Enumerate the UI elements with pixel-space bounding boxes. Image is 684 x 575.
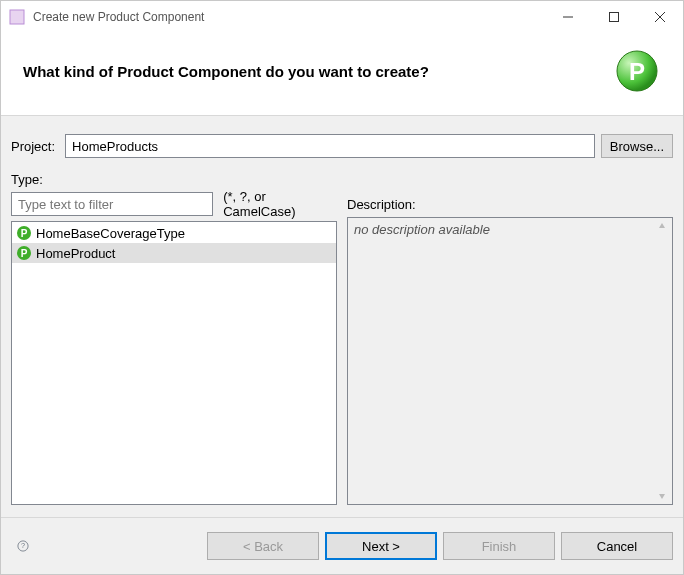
wizard-header: What kind of Product Component do you wa… [1, 33, 683, 115]
back-button[interactable]: < Back [207, 532, 319, 560]
titlebar: Create new Product Component [1, 1, 683, 33]
minimize-button[interactable] [545, 1, 591, 33]
svg-rect-0 [10, 10, 24, 24]
close-button[interactable] [637, 1, 683, 33]
type-label: Type: [11, 172, 673, 187]
browse-button[interactable]: Browse... [601, 134, 673, 158]
filter-hint: (*, ?, or CamelCase) [223, 189, 337, 219]
list-item[interactable]: PHomeBaseCoverageType [12, 223, 336, 243]
wizard-content: Project: Browse... Type: (*, ?, or Camel… [1, 115, 683, 518]
svg-text:P: P [629, 58, 645, 85]
project-label: Project: [11, 139, 55, 154]
scroll-down-icon[interactable] [656, 490, 668, 502]
window-controls [545, 1, 683, 33]
list-item-label: HomeBaseCoverageType [36, 226, 185, 241]
wizard-footer: ? < Back Next > Finish Cancel [1, 518, 683, 574]
app-icon [9, 9, 25, 25]
type-list[interactable]: PHomeBaseCoverageTypePHomeProduct [11, 221, 337, 505]
product-banner-icon: P [613, 47, 661, 95]
svg-rect-2 [610, 13, 619, 22]
list-item[interactable]: PHomeProduct [12, 243, 336, 263]
help-button[interactable]: ? [11, 534, 35, 558]
window-title: Create new Product Component [33, 10, 545, 24]
product-type-icon: P [16, 225, 32, 241]
description-box: no description available [347, 217, 673, 505]
maximize-button[interactable] [591, 1, 637, 33]
svg-text:P: P [21, 228, 28, 239]
project-input[interactable] [65, 134, 595, 158]
type-section: Type: (*, ?, or CamelCase) PHomeBaseCove… [11, 172, 673, 505]
svg-text:P: P [21, 248, 28, 259]
finish-button[interactable]: Finish [443, 532, 555, 560]
type-filter-input[interactable] [11, 192, 213, 216]
next-button[interactable]: Next > [325, 532, 437, 560]
product-type-icon: P [16, 245, 32, 261]
svg-text:?: ? [21, 541, 25, 550]
description-text: no description available [354, 222, 490, 237]
scroll-up-icon[interactable] [656, 220, 668, 232]
project-row: Project: Browse... [11, 134, 673, 158]
description-label: Description: [347, 197, 416, 212]
wizard-question: What kind of Product Component do you wa… [23, 63, 613, 80]
list-item-label: HomeProduct [36, 246, 115, 261]
cancel-button[interactable]: Cancel [561, 532, 673, 560]
